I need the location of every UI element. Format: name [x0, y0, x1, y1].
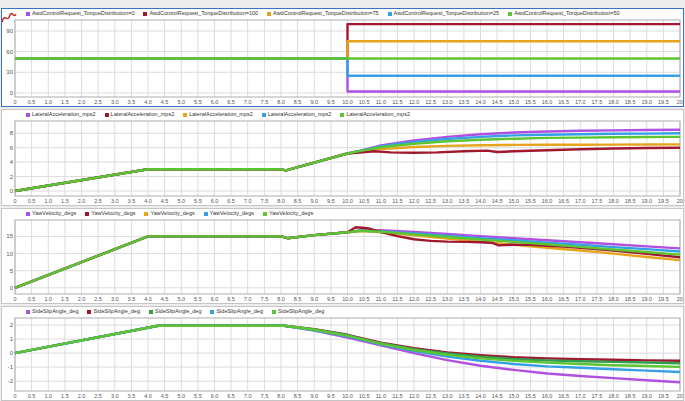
panel-yaw-velocity[interactable]: YawVelocity_degsYawVelocity_degsYawVeloc…: [1, 208, 684, 304]
svg-text:20.0: 20.0: [677, 393, 683, 399]
plot-canvas[interactable]: 00.51.01.52.02.53.03.54.04.55.05.56.06.5…: [2, 119, 683, 205]
panel-side-slip-angle[interactable]: SideSlipAngle_degSideSlipAngle_degSideSl…: [1, 306, 684, 401]
panel-awd-torque-distribution[interactable]: AwdControlRequest_TorqueDistribution=0Aw…: [1, 8, 684, 107]
svg-text:9.5: 9.5: [327, 296, 335, 302]
svg-text:1.0: 1.0: [44, 393, 52, 399]
svg-text:4.0: 4.0: [144, 99, 152, 105]
svg-text:0: 0: [10, 285, 14, 291]
svg-text:15.0: 15.0: [508, 198, 519, 204]
legend-label: LateralAcceleration_mps2: [111, 112, 175, 118]
legend-swatch-icon: [144, 212, 148, 216]
svg-text:12.5: 12.5: [425, 393, 436, 399]
svg-text:17.5: 17.5: [592, 99, 603, 105]
svg-text:9.0: 9.0: [310, 296, 318, 302]
svg-text:11.5: 11.5: [392, 198, 402, 204]
svg-text:16.5: 16.5: [558, 99, 569, 105]
svg-text:12.0: 12.0: [409, 99, 420, 105]
svg-text:7.0: 7.0: [244, 393, 252, 399]
svg-text:19.0: 19.0: [641, 296, 652, 302]
grid: [15, 121, 680, 196]
chart-yaw-velocity[interactable]: 00.51.01.52.02.53.03.54.04.55.05.56.06.5…: [2, 218, 683, 303]
legend-swatch-icon: [267, 12, 271, 16]
legend-swatch-icon: [26, 113, 30, 117]
svg-text:2: 2: [10, 322, 14, 328]
svg-text:6.5: 6.5: [227, 393, 235, 399]
svg-text:14.5: 14.5: [492, 393, 503, 399]
svg-text:0: 0: [10, 188, 14, 194]
svg-text:19.0: 19.0: [641, 393, 652, 399]
legend-swatch-icon: [508, 12, 512, 16]
svg-text:2: 2: [10, 174, 14, 180]
svg-text:18.5: 18.5: [625, 99, 636, 105]
legend-item: LateralAcceleration_mps2: [340, 112, 410, 118]
chart-awd-torque-distribution[interactable]: 00.51.01.52.02.53.03.54.04.55.05.56.06.5…: [2, 18, 683, 106]
svg-text:5.0: 5.0: [177, 198, 185, 204]
svg-text:14.0: 14.0: [475, 99, 486, 105]
legend-item: YawVelocity_degs: [85, 211, 135, 217]
legend-label: SideSlipAngle_deg: [32, 309, 78, 315]
svg-text:0: 0: [10, 350, 14, 356]
legend-swatch-icon: [149, 310, 153, 314]
svg-text:7.5: 7.5: [261, 99, 269, 105]
svg-text:15.5: 15.5: [525, 198, 536, 204]
svg-text:9.0: 9.0: [310, 198, 318, 204]
legend-item: SideSlipAngle_deg: [87, 309, 139, 315]
svg-text:5: 5: [10, 268, 14, 274]
svg-text:9.5: 9.5: [327, 198, 335, 204]
legend-label: YawVelocity_degs: [32, 211, 76, 217]
x-tick-labels: 00.51.01.52.02.53.03.54.04.55.05.56.06.5…: [13, 99, 683, 105]
svg-text:9.5: 9.5: [327, 99, 335, 105]
svg-text:2.0: 2.0: [78, 296, 86, 302]
x-tick-labels: 00.51.01.52.02.53.03.54.04.55.05.56.06.5…: [13, 296, 683, 302]
svg-text:18.0: 18.0: [608, 393, 619, 399]
legend-item: LateralAcceleration_mps2: [26, 112, 96, 118]
legend-label: AwdControlRequest_TorqueDistribution=75: [273, 11, 379, 17]
svg-text:9.0: 9.0: [310, 99, 318, 105]
svg-text:7.5: 7.5: [261, 198, 269, 204]
legend-label: AwdControlRequest_TorqueDistribution=50: [514, 11, 620, 17]
legend-item: YawVelocity_degs: [204, 211, 254, 217]
svg-text:6.0: 6.0: [211, 393, 219, 399]
svg-text:14.5: 14.5: [492, 198, 503, 204]
legend-swatch-icon: [263, 212, 267, 216]
svg-text:14.0: 14.0: [475, 198, 486, 204]
y-tick-labels: 051015: [6, 233, 13, 290]
svg-text:5.0: 5.0: [177, 393, 185, 399]
svg-text:19.5: 19.5: [658, 198, 669, 204]
svg-text:2.5: 2.5: [94, 99, 102, 105]
svg-text:13.0: 13.0: [442, 198, 453, 204]
svg-text:3.0: 3.0: [111, 296, 119, 302]
svg-text:8: 8: [10, 130, 14, 136]
legend-item: YawVelocity_degs: [26, 211, 76, 217]
legend-item: LateralAcceleration_mps2: [183, 112, 253, 118]
svg-text:20.0: 20.0: [677, 198, 683, 204]
chart-lateral-acceleration[interactable]: 00.51.01.52.02.53.03.54.04.55.05.56.06.5…: [2, 119, 683, 205]
svg-text:13.0: 13.0: [442, 296, 453, 302]
svg-text:6.0: 6.0: [211, 99, 219, 105]
svg-text:30: 30: [6, 69, 13, 75]
svg-text:8.0: 8.0: [277, 393, 285, 399]
svg-text:8.0: 8.0: [277, 99, 285, 105]
legend-label: YawVelocity_degs: [210, 211, 254, 217]
legend-swatch-icon: [105, 113, 109, 117]
svg-text:10.5: 10.5: [359, 198, 370, 204]
svg-text:13.0: 13.0: [442, 393, 453, 399]
legend-swatch-icon: [272, 310, 276, 314]
svg-text:10.0: 10.0: [342, 296, 353, 302]
svg-text:14.5: 14.5: [492, 296, 503, 302]
chart-side-slip-angle[interactable]: 00.51.01.52.02.53.03.54.04.55.05.56.06.5…: [2, 316, 683, 400]
svg-text:7.0: 7.0: [244, 99, 252, 105]
svg-text:13.5: 13.5: [459, 99, 470, 105]
legend-label: SideSlipAngle_deg: [216, 309, 262, 315]
legend-label: AwdControlRequest_TorqueDistribution=25: [394, 11, 500, 17]
legend-swatch-icon: [388, 12, 392, 16]
panel-lateral-acceleration[interactable]: LateralAcceleration_mps2LateralAccelerat…: [1, 109, 684, 206]
plot-canvas[interactable]: 00.51.01.52.02.53.03.54.04.55.05.56.06.5…: [2, 18, 683, 106]
svg-text:4.0: 4.0: [144, 393, 152, 399]
svg-text:16.0: 16.0: [542, 198, 553, 204]
plot-canvas[interactable]: 00.51.01.52.02.53.03.54.04.55.05.56.06.5…: [2, 218, 683, 303]
plot-canvas[interactable]: 00.51.01.52.02.53.03.54.04.55.05.56.06.5…: [2, 316, 683, 400]
svg-text:11.5: 11.5: [392, 393, 402, 399]
legend-label: LateralAcceleration_mps2: [346, 112, 410, 118]
svg-text:13.5: 13.5: [459, 393, 470, 399]
